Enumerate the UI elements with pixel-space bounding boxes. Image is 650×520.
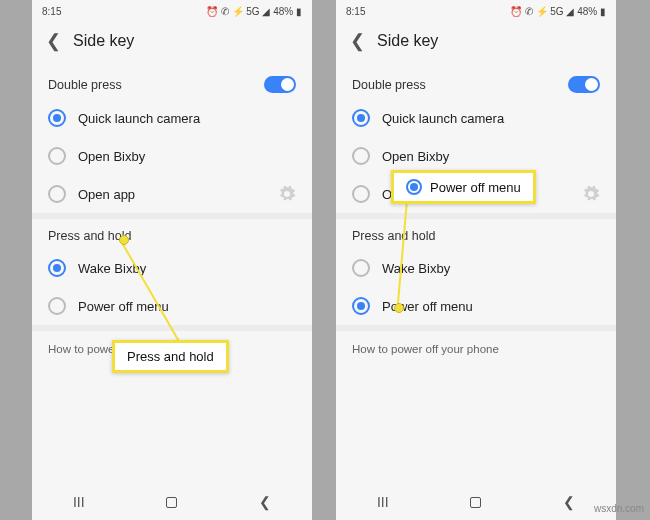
section-double-press: Double press: [336, 66, 616, 99]
status-time: 8:15: [346, 6, 365, 17]
option-quick-launch-camera[interactable]: Quick launch camera: [32, 99, 312, 137]
option-open-app[interactable]: Open app: [32, 175, 312, 213]
nav-recent-icon[interactable]: III: [73, 494, 85, 510]
section-label: Double press: [48, 78, 122, 92]
footnote[interactable]: How to power off your phone: [336, 331, 616, 367]
gear-icon[interactable]: [278, 185, 296, 203]
radio-icon: [406, 179, 422, 195]
android-navbar: III ❮: [32, 484, 312, 520]
annotation-dot: [394, 303, 404, 313]
section-label: Press and hold: [352, 229, 435, 243]
option-power-off-menu[interactable]: Power off menu: [336, 287, 616, 325]
option-label: Quick launch camera: [78, 111, 200, 126]
phone-left: 8:15 ⏰ ✆ ⚡ 5G ◢ 48% ▮ ❮ Side key Double …: [32, 0, 312, 520]
radio-icon: [48, 109, 66, 127]
radio-icon: [352, 259, 370, 277]
back-icon[interactable]: ❮: [350, 30, 365, 52]
section-press-hold: Press and hold: [32, 219, 312, 249]
annotation-dot: [119, 235, 129, 245]
callout-label: Press and hold: [127, 349, 214, 364]
header: ❮ Side key: [336, 20, 616, 66]
radio-icon: [352, 147, 370, 165]
option-wake-bixby[interactable]: Wake Bixby: [32, 249, 312, 287]
back-icon[interactable]: ❮: [46, 30, 61, 52]
status-indicators: ⏰ ✆ ⚡ 5G ◢ 48% ▮: [206, 6, 302, 17]
radio-icon: [352, 297, 370, 315]
option-label: Quick launch camera: [382, 111, 504, 126]
radio-icon: [48, 147, 66, 165]
nav-home-icon[interactable]: [166, 497, 177, 508]
option-wake-bixby[interactable]: Wake Bixby: [336, 249, 616, 287]
header: ❮ Side key: [32, 20, 312, 66]
section-double-press: Double press: [32, 66, 312, 99]
watermark: wsxdn.com: [594, 503, 644, 514]
option-label: Open Bixby: [78, 149, 145, 164]
option-label: Wake Bixby: [382, 261, 450, 276]
double-press-toggle[interactable]: [568, 76, 600, 93]
nav-home-icon[interactable]: [470, 497, 481, 508]
radio-icon: [352, 109, 370, 127]
section-press-hold: Press and hold: [336, 219, 616, 249]
nav-back-icon[interactable]: ❮: [259, 494, 271, 510]
radio-icon: [352, 185, 370, 203]
callout-press-and-hold: Press and hold: [112, 340, 229, 373]
nav-recent-icon[interactable]: III: [377, 494, 389, 510]
android-navbar: III ❮: [336, 484, 616, 520]
option-power-off-menu[interactable]: Power off menu: [32, 287, 312, 325]
radio-icon: [48, 185, 66, 203]
radio-icon: [48, 297, 66, 315]
status-indicators: ⏰ ✆ ⚡ 5G ◢ 48% ▮: [510, 6, 606, 17]
double-press-toggle[interactable]: [264, 76, 296, 93]
phone-right: 8:15 ⏰ ✆ ⚡ 5G ◢ 48% ▮ ❮ Side key Double …: [336, 0, 616, 520]
nav-back-icon[interactable]: ❮: [563, 494, 575, 510]
option-label: Open Bixby: [382, 149, 449, 164]
option-open-bixby[interactable]: Open Bixby: [32, 137, 312, 175]
gear-icon[interactable]: [582, 185, 600, 203]
option-label: Open app: [78, 187, 135, 202]
radio-icon: [48, 259, 66, 277]
status-bar: 8:15 ⏰ ✆ ⚡ 5G ◢ 48% ▮: [336, 0, 616, 20]
page-title: Side key: [377, 32, 438, 50]
option-quick-launch-camera[interactable]: Quick launch camera: [336, 99, 616, 137]
callout-power-off-menu: Power off menu: [391, 170, 536, 204]
section-label: Double press: [352, 78, 426, 92]
page-title: Side key: [73, 32, 134, 50]
callout-label: Power off menu: [430, 180, 521, 195]
status-bar: 8:15 ⏰ ✆ ⚡ 5G ◢ 48% ▮: [32, 0, 312, 20]
status-time: 8:15: [42, 6, 61, 17]
